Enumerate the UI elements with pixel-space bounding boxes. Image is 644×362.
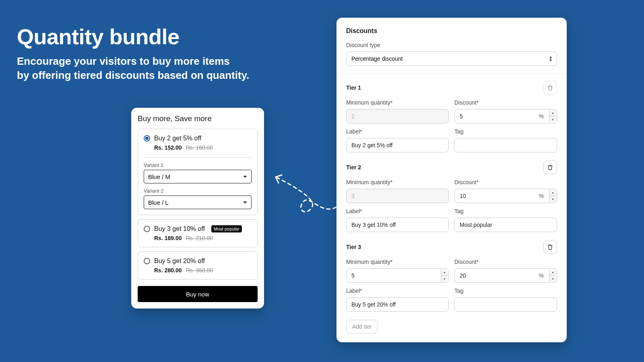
preview-title: Buy more, Save more bbox=[138, 114, 258, 123]
page-title: Quantity bundle bbox=[17, 24, 180, 49]
discount-label: Discount* bbox=[454, 259, 557, 265]
original-price: Rs. 160.00 bbox=[186, 144, 213, 151]
connector-arrow-icon bbox=[270, 171, 338, 219]
tag-field-label: Tag bbox=[454, 288, 557, 294]
tier-tag-input[interactable] bbox=[454, 138, 557, 152]
discount-input[interactable]: 10 % ▲▼ bbox=[454, 189, 557, 203]
bundle-option-label: Buy 5 get 20% off bbox=[154, 257, 205, 265]
discount-label: Discount* bbox=[454, 99, 557, 106]
min-qty-input: 2 bbox=[346, 109, 449, 123]
spinner-stepper[interactable]: ▲▼ bbox=[549, 269, 556, 282]
discount-type-label: Discount type bbox=[346, 42, 557, 48]
min-qty-input: 3 bbox=[346, 189, 449, 203]
tier-label-input[interactable]: Buy 5 get 20% off bbox=[346, 297, 449, 312]
bundle-option[interactable]: Buy 5 get 20% off Rs. 280.00 Rs. 350.00 bbox=[138, 251, 258, 280]
tier-title: Tier 3 bbox=[346, 244, 361, 250]
trash-icon bbox=[547, 84, 553, 91]
trash-icon bbox=[547, 244, 553, 250]
delete-tier-button[interactable] bbox=[543, 240, 557, 254]
bundle-option-label: Buy 2 get 5% off bbox=[154, 135, 201, 142]
delete-tier-button[interactable] bbox=[543, 160, 557, 174]
divider bbox=[144, 157, 252, 158]
variant-label: Variant 2 bbox=[144, 188, 252, 194]
tier-label-input[interactable]: Buy 2 get 5% off bbox=[346, 138, 449, 152]
percent-suffix: % bbox=[539, 272, 544, 279]
discounts-panel: Discounts Discount type Percentage disco… bbox=[336, 18, 567, 342]
label-field-label: Label* bbox=[346, 288, 449, 294]
min-qty-label: Minimum quantity* bbox=[346, 179, 449, 185]
preview-card: Buy more, Save more Buy 2 get 5% off Rs.… bbox=[131, 108, 264, 309]
discount-type-select[interactable]: Percentage discount ▲▼ bbox=[346, 51, 557, 66]
min-qty-input[interactable]: 5 ▲▼ bbox=[346, 268, 449, 283]
spinner-stepper[interactable]: ▲▼ bbox=[549, 110, 556, 123]
spinner-stepper[interactable]: ▲▼ bbox=[441, 269, 448, 282]
price: Rs. 189.00 bbox=[154, 235, 182, 241]
bundle-option-label: Buy 3 get 10% off bbox=[154, 225, 205, 232]
page-subtitle: Encourage your visitors to buy more item… bbox=[17, 54, 249, 82]
tag-badge: Most popular bbox=[211, 225, 242, 232]
tier-block: Tier 2 Minimum quantity* 3 Discount* 10 … bbox=[346, 160, 557, 232]
buy-now-button[interactable]: Buy now bbox=[138, 286, 258, 302]
add-tier-button[interactable]: Add tier bbox=[346, 320, 378, 333]
spinner-stepper[interactable]: ▲▼ bbox=[549, 189, 556, 202]
tier-tag-input[interactable]: Most popular bbox=[454, 218, 557, 232]
price: Rs. 152.00 bbox=[154, 144, 182, 151]
discount-input[interactable]: 20 % ▲▼ bbox=[454, 268, 557, 283]
discount-label: Discount* bbox=[454, 179, 557, 185]
panel-heading: Discounts bbox=[346, 27, 557, 35]
percent-suffix: % bbox=[539, 193, 544, 199]
label-field-label: Label* bbox=[346, 208, 449, 214]
radio-icon[interactable] bbox=[144, 226, 150, 232]
tier-block: Tier 1 Minimum quantity* 2 Discount* 5 %… bbox=[346, 81, 557, 152]
tier-title: Tier 1 bbox=[346, 84, 361, 91]
tag-field-label: Tag bbox=[454, 208, 557, 214]
tier-block: Tier 3 Minimum quantity* 5 ▲▼ Discount* … bbox=[346, 240, 557, 312]
variant-select-1[interactable]: Blue / M bbox=[144, 170, 252, 183]
min-qty-label: Minimum quantity* bbox=[346, 99, 449, 106]
select-chevron-icon: ▲▼ bbox=[549, 56, 553, 62]
bundle-option[interactable]: Buy 2 get 5% off Rs. 152.00 Rs. 160.00 V… bbox=[138, 129, 258, 215]
original-price: Rs. 350.00 bbox=[186, 267, 213, 274]
min-qty-label: Minimum quantity* bbox=[346, 259, 449, 265]
tier-label-input[interactable]: Buy 3 get 10% off bbox=[346, 218, 449, 232]
variant-select-2[interactable]: Blue / L bbox=[144, 195, 252, 209]
label-field-label: Label* bbox=[346, 128, 449, 135]
percent-suffix: % bbox=[539, 113, 544, 119]
radio-icon[interactable] bbox=[144, 258, 150, 264]
variant-label: Variant 1 bbox=[144, 162, 252, 168]
price: Rs. 280.00 bbox=[154, 267, 182, 274]
trash-icon bbox=[547, 164, 553, 171]
tier-title: Tier 2 bbox=[346, 164, 361, 171]
discount-input[interactable]: 5 % ▲▼ bbox=[454, 109, 557, 123]
tier-tag-input[interactable] bbox=[454, 297, 557, 312]
radio-icon[interactable] bbox=[144, 135, 150, 142]
delete-tier-button bbox=[543, 81, 557, 95]
original-price: Rs. 210.00 bbox=[186, 235, 213, 241]
bundle-option[interactable]: Buy 3 get 10% off Most popular Rs. 189.0… bbox=[138, 219, 258, 247]
tag-field-label: Tag bbox=[454, 128, 557, 135]
